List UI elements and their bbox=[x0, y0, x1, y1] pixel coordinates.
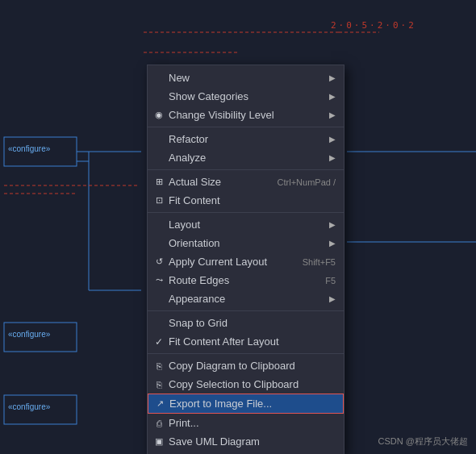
apply-current-layout-icon: ↺ bbox=[152, 256, 165, 267]
menu-item-change-visibility[interactable]: ◉Change Visibility Level▶ bbox=[148, 106, 344, 124]
menu-item-label: Apply Current Layout bbox=[169, 256, 294, 268]
watermark: CSDN @程序员大佬超 bbox=[378, 435, 468, 448]
menu-item-new[interactable]: New▶ bbox=[148, 69, 344, 87]
menu-item-analyze[interactable]: Analyze▶ bbox=[148, 148, 344, 167]
menu-item-export-image[interactable]: ↗Export to Image File... bbox=[148, 394, 344, 414]
route-edges-icon: ⤳ bbox=[152, 275, 165, 285]
menu-item-label: Layout bbox=[169, 219, 324, 231]
menu-item-snap-to-grid[interactable]: Snap to Grid bbox=[148, 314, 344, 332]
submenu-arrow-icon: ▶ bbox=[329, 294, 336, 303]
menu-item-label: Copy Diagram to Clipboard bbox=[169, 360, 336, 372]
submenu-arrow-icon: ▶ bbox=[329, 110, 336, 119]
menu-item-label: Appearance bbox=[169, 293, 324, 305]
menu-item-appearance[interactable]: Appearance▶ bbox=[148, 289, 344, 308]
submenu-arrow-icon: ▶ bbox=[329, 239, 336, 248]
submenu-arrow-icon: ▶ bbox=[329, 73, 336, 82]
menu-item-apply-current-layout[interactable]: ↺Apply Current LayoutShift+F5 bbox=[148, 252, 344, 271]
menu-item-route-edges[interactable]: ⤳Route EdgesF5 bbox=[148, 271, 344, 289]
menu-separator bbox=[148, 353, 344, 354]
menu-item-label: Fit Content bbox=[169, 194, 336, 206]
menu-item-label: Copy Selection to Clipboard bbox=[169, 378, 336, 390]
menu-item-label: Snap to Grid bbox=[169, 317, 336, 329]
menu-item-print[interactable]: ⎙Print... bbox=[148, 414, 344, 432]
menu-item-label: Analyze bbox=[169, 152, 324, 164]
menu-item-shortcut: Shift+F5 bbox=[303, 257, 336, 267]
svg-text:«configure»: «configure» bbox=[8, 330, 51, 339]
menu-item-label: Change Visibility Level bbox=[169, 109, 324, 121]
print-icon: ⎙ bbox=[152, 419, 165, 428]
menu-separator bbox=[148, 212, 344, 213]
save-uml-icon: ▣ bbox=[152, 436, 165, 447]
menu-item-layout[interactable]: Layout▶ bbox=[148, 215, 344, 234]
menu-item-label: Refactor bbox=[169, 133, 324, 145]
svg-text:«configure»: «configure» bbox=[8, 144, 51, 153]
menu-item-label: Orientation bbox=[169, 237, 324, 249]
menu-separator bbox=[148, 127, 344, 127]
submenu-arrow-icon: ▶ bbox=[329, 220, 336, 229]
submenu-arrow-icon: ▶ bbox=[329, 153, 336, 162]
menu-item-label: Export to Image File... bbox=[169, 398, 335, 410]
menu-item-label: Show Categories bbox=[169, 90, 324, 102]
context-menu: New▶Show Categories▶◉Change Visibility L… bbox=[147, 65, 344, 454]
change-visibility-icon: ◉ bbox=[152, 110, 165, 120]
copy-diagram-icon: ⎘ bbox=[152, 361, 165, 371]
menu-item-fit-content[interactable]: ⊡Fit Content bbox=[148, 191, 344, 210]
submenu-arrow-icon: ▶ bbox=[329, 92, 336, 101]
menu-item-refactor[interactable]: Refactor▶ bbox=[148, 130, 344, 148]
menu-item-label: Fit Content After Layout bbox=[169, 335, 336, 348]
menu-item-save-uml[interactable]: ▣Save UML Diagram bbox=[148, 432, 344, 451]
menu-item-copy-selection[interactable]: ⎘Copy Selection to Clipboard bbox=[148, 375, 344, 394]
menu-item-copy-diagram[interactable]: ⎘Copy Diagram to Clipboard bbox=[148, 356, 344, 375]
svg-text:2·0·5·2·0·2: 2·0·5·2·0·2 bbox=[331, 20, 416, 31]
menu-item-show-categories[interactable]: Show Categories▶ bbox=[148, 87, 344, 106]
copy-selection-icon: ⎘ bbox=[152, 380, 165, 389]
menu-item-label: Print... bbox=[169, 417, 336, 429]
submenu-arrow-icon: ▶ bbox=[329, 135, 336, 144]
menu-item-label: Actual Size bbox=[169, 176, 269, 188]
menu-item-label: New bbox=[169, 72, 324, 84]
menu-item-label: Route Edges bbox=[169, 274, 317, 286]
menu-item-label: Save UML Diagram bbox=[169, 435, 336, 448]
menu-separator bbox=[148, 310, 344, 311]
fit-content-icon: ⊡ bbox=[152, 195, 165, 206]
menu-item-shortcut: Ctrl+NumPad / bbox=[278, 177, 336, 187]
menu-item-orientation[interactable]: Orientation▶ bbox=[148, 234, 344, 252]
check-icon: ✓ bbox=[152, 336, 165, 348]
menu-item-shortcut: F5 bbox=[325, 276, 336, 285]
svg-text:«configure»: «configure» bbox=[8, 402, 51, 411]
export-image-icon: ↗ bbox=[153, 398, 166, 409]
menu-item-actual-size[interactable]: ⊞Actual SizeCtrl+NumPad / bbox=[148, 173, 344, 191]
actual-size-icon: ⊞ bbox=[152, 177, 165, 187]
menu-separator bbox=[148, 169, 344, 170]
menu-item-fit-content-after-layout[interactable]: ✓Fit Content After Layout bbox=[148, 332, 344, 351]
